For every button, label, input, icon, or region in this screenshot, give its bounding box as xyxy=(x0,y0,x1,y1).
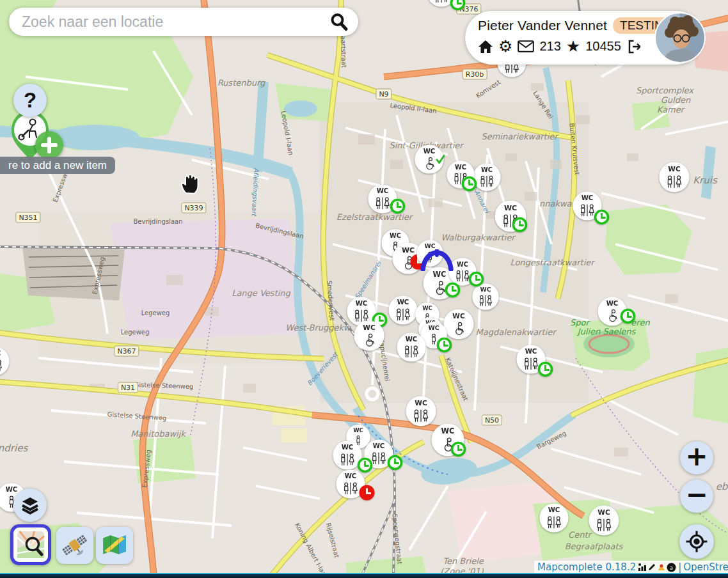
geolocate-button[interactable] xyxy=(679,524,714,559)
stacked-layers-icon xyxy=(20,496,40,515)
closed-hours-badge xyxy=(358,484,376,501)
plus-icon: + xyxy=(685,443,708,470)
user-name: Pieter Vander Vennet xyxy=(478,18,607,33)
logout-icon[interactable] xyxy=(626,39,642,54)
grab-hand-cursor xyxy=(179,171,202,195)
editor-pen-icon[interactable] xyxy=(647,563,656,572)
open-hours-badge xyxy=(449,0,466,12)
search-bar xyxy=(9,8,358,36)
settings-gear-icon[interactable]: ⚙ xyxy=(498,38,512,54)
search-input[interactable] xyxy=(20,13,329,31)
crosshair-icon xyxy=(685,530,708,553)
add-item-tooltip: re to add a new item xyxy=(0,157,115,174)
svg-text:a: a xyxy=(670,565,673,570)
bottom-strip xyxy=(0,573,728,578)
satellite-icon xyxy=(61,532,88,559)
help-button[interactable]: ? xyxy=(13,84,47,117)
minus-icon: − xyxy=(685,481,708,508)
theme-logo-icon[interactable] xyxy=(657,563,666,572)
search-icon[interactable] xyxy=(329,12,349,32)
messages-count: 213 xyxy=(539,39,560,54)
open-hours-badge xyxy=(444,281,461,299)
star-icon: ★ xyxy=(566,38,580,54)
osm-profile-icon[interactable]: a xyxy=(667,563,676,572)
changeset-count: 10455 xyxy=(585,39,621,54)
open-hours-badge xyxy=(450,441,467,458)
open-hours-badge xyxy=(436,336,453,354)
osm-link[interactable]: OpenStreetMap xyxy=(683,561,728,573)
plus-icon xyxy=(41,137,58,153)
open-hours-badge xyxy=(386,454,404,471)
open-hours-badge xyxy=(537,361,554,378)
open-hours-badge xyxy=(389,198,406,215)
add-item-plus-button[interactable] xyxy=(35,131,63,159)
attribution-bar: Mapcomplete 0.18.2 a | OpenStreetMap xyxy=(534,561,728,574)
attribution-separator: | xyxy=(678,561,681,573)
background-map-button[interactable] xyxy=(96,527,133,564)
zoom-out-button[interactable]: − xyxy=(680,480,713,513)
open-hours-badge xyxy=(593,208,610,226)
background-aerial-button[interactable] xyxy=(56,527,93,564)
avatar[interactable] xyxy=(654,12,706,63)
app-version-label[interactable]: Mapcomplete 0.18.2 xyxy=(537,561,636,573)
open-hours-badge xyxy=(511,216,528,233)
layers-button[interactable] xyxy=(13,488,47,522)
osm-map-magnifier-icon xyxy=(16,530,45,559)
open-hours-badge xyxy=(468,270,485,288)
open-hours-badge xyxy=(461,175,478,192)
statistics-icon[interactable] xyxy=(638,563,647,572)
question-mark-icon: ? xyxy=(24,88,36,113)
badge-layer xyxy=(0,0,728,578)
zoom-in-button[interactable]: + xyxy=(680,441,713,474)
open-hours-badge xyxy=(356,457,374,474)
folded-map-icon xyxy=(101,532,128,559)
home-icon[interactable] xyxy=(478,40,493,54)
open-hours-badge xyxy=(619,308,637,325)
background-osm-button[interactable] xyxy=(10,524,51,565)
messages-envelope-icon[interactable] xyxy=(518,40,534,52)
